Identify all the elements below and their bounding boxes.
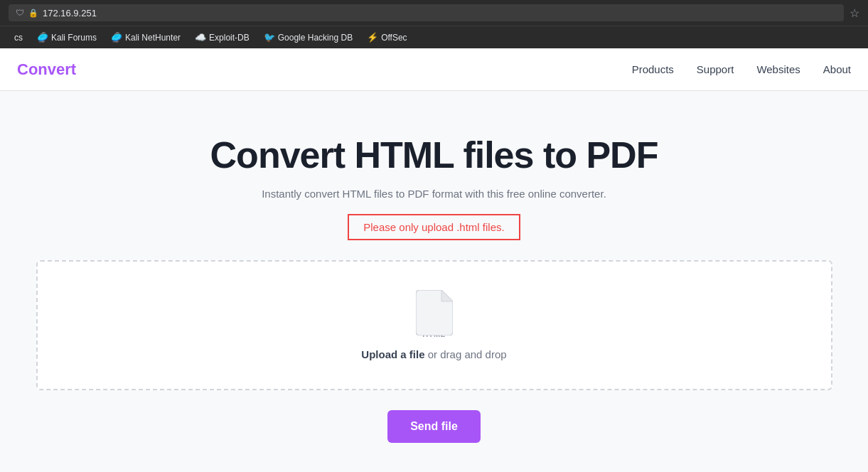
bookmark-cs-label: cs — [14, 33, 23, 43]
bookmark-kali-forums[interactable]: 🥏 Kali Forums — [31, 30, 102, 45]
bookmark-google-hacking-db-label: Google Hacking DB — [278, 33, 353, 43]
address-url: 172.16.9.251 — [43, 8, 97, 18]
error-message: Please only upload .html files. — [348, 214, 520, 240]
file-icon-wrapper: HTML — [416, 290, 453, 338]
main-title: Convert HTML files to PDF — [210, 134, 658, 176]
upload-bold-text: Upload a file — [361, 348, 424, 360]
bookmark-kali-nethunter[interactable]: 🥏 Kali NetHunter — [105, 30, 186, 45]
bookmark-exploit-db-label: Exploit-DB — [209, 33, 250, 43]
upload-text: Upload a file or drag and drop — [361, 348, 506, 360]
bookmark-kali-forums-label: Kali Forums — [51, 33, 97, 43]
main-subtitle: Instantly convert HTML files to PDF form… — [262, 188, 606, 200]
lock-icon: 🔒 — [28, 9, 38, 18]
bookmark-offsec[interactable]: ⚡ OffSec — [361, 30, 412, 45]
nav-link-websites[interactable]: Websites — [756, 63, 800, 75]
shield-icon: 🛡 — [16, 8, 24, 18]
bookmark-exploit-db-icon: ☁️ — [195, 32, 206, 43]
address-bar[interactable]: 🛡 🔒 172.16.9.251 — [9, 4, 844, 21]
bookmark-exploit-db[interactable]: ☁️ Exploit-DB — [189, 30, 255, 45]
send-file-button[interactable]: Send file — [387, 410, 481, 443]
nav-link-products[interactable]: Products — [632, 63, 674, 75]
nav-logo[interactable]: Convert — [17, 60, 76, 79]
html-file-icon — [416, 290, 453, 336]
navbar: Convert Products Support Websites About — [0, 48, 868, 91]
upload-or-text: or drag and drop — [425, 348, 507, 360]
nav-links: Products Support Websites About — [632, 63, 851, 75]
bookmark-google-hacking-db-icon: 🐦 — [264, 32, 275, 43]
bookmark-offsec-label: OffSec — [381, 33, 407, 43]
bookmark-star-icon[interactable]: ☆ — [850, 6, 859, 20]
bookmark-kali-nethunter-icon: 🥏 — [111, 32, 122, 43]
nav-link-about[interactable]: About — [823, 63, 851, 75]
bookmark-google-hacking-db[interactable]: 🐦 Google Hacking DB — [258, 30, 358, 45]
bookmark-kali-forums-icon: 🥏 — [37, 32, 48, 43]
page-wrapper: Convert Products Support Websites About … — [0, 48, 868, 472]
bookmark-kali-nethunter-label: Kali NetHunter — [125, 33, 181, 43]
bookmarks-bar: cs 🥏 Kali Forums 🥏 Kali NetHunter ☁️ Exp… — [0, 26, 868, 48]
bookmark-offsec-icon: ⚡ — [367, 32, 378, 43]
nav-link-support[interactable]: Support — [697, 63, 734, 75]
upload-zone[interactable]: HTML Upload a file or drag and drop — [36, 260, 832, 390]
main-content: Convert HTML files to PDF Instantly conv… — [0, 91, 868, 471]
browser-chrome: 🛡 🔒 172.16.9.251 ☆ — [0, 0, 868, 26]
bookmark-cs[interactable]: cs — [6, 31, 28, 45]
